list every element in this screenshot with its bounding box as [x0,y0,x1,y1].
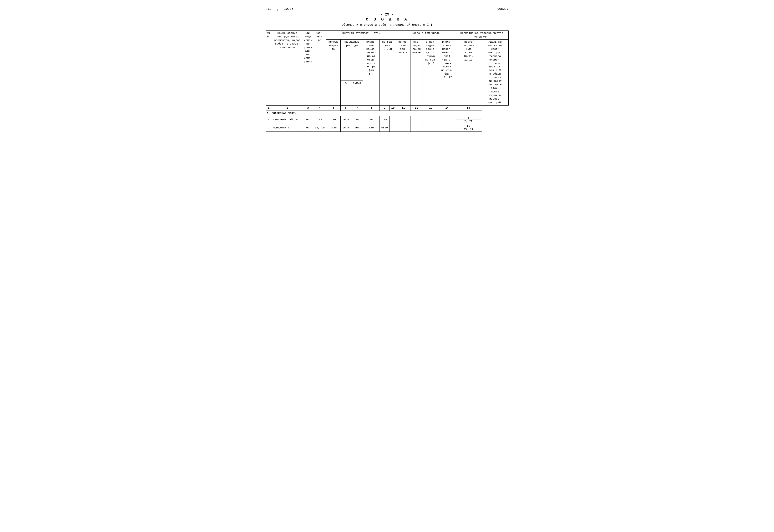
header-col6-pct: % [340,81,351,105]
row2-plan: 339 [363,124,379,132]
row1-unit: м3 [303,116,313,124]
doc-code: 9052/7 [497,7,509,11]
header-col2: Наименованиеконструктивныхэлементов, вид… [272,31,303,105]
row1-num: I [266,116,272,124]
col-idx-11: II [396,105,410,111]
header-col9: основ-наязар-плата [396,39,410,105]
row1-plan2 [423,116,439,124]
row2-total: 4850 [379,124,390,132]
col-idx-13: I3 [423,105,439,111]
header-col10: экс-плуа-тациямашин [410,39,423,105]
main-table: №№пп Наименованиеконструктивныхэлементов… [266,30,509,132]
row2-unit-weight: I5 75, 27 [455,124,482,132]
col-idx-14: I4 [439,105,455,111]
row2-direct: 3636 [326,124,341,132]
row2-name: Фундаменты [272,124,303,132]
row1-uw-bot: 2, II [464,120,473,123]
col-idx-9: 9 [379,105,390,111]
row2-oh-sum: 600 [351,124,363,132]
header-col12: в нак-ладныхрасхо-дах отсуммыпо гра-фе 7 [423,39,439,105]
row2-basic [390,124,396,132]
header-col4: Коли-чест-во [313,31,326,105]
table-row: I Земляные работы м3 I30 2I9 I6,5 36 20 … [266,116,508,124]
row1-direct: 2I9 [326,116,341,124]
col-idx-8: 8 [363,105,379,111]
row1-total: 275 [379,116,390,124]
col-idx-7: 7 [351,105,363,111]
col-idx-2: 2 [272,105,303,111]
top-line: 4II - g - 10.85 9052/7 [266,7,509,11]
row2-all [439,124,455,132]
row2-nak [410,124,423,132]
header-col13: в пла-новыхнакоп-ленияхграф45% отстои-мо… [439,39,455,105]
total-header: Всего в том числе [396,31,455,40]
row2-oh-pct: I6,5 [340,124,351,132]
section-title-row: А. ПОДЗЕМНАЯ ЧАСТЬ [266,111,508,116]
row1-qty: I30 [313,116,326,124]
col-idx-6: 6 [340,105,351,111]
row1-exp [396,116,410,124]
col-idx-5: 5 [326,105,341,111]
header-col6: накладныерасходы [340,39,363,81]
row1-oh-pct: I6,5 [340,116,351,124]
row1-unit-weight: I 2, II [455,116,482,124]
col-idx-4: 4 [313,105,326,111]
page-subtitle: объемов и стоимости работ к локальной см… [266,23,509,27]
row1-all [439,116,455,124]
row2-plan2 [423,124,439,132]
header-col15: Удельныйвес стои-мостиконструк-тивногоэл… [482,39,508,105]
doc-id: 4II - g - 10.85 [266,7,293,11]
header-col1: №№пп [266,31,272,105]
row1-nak [410,116,423,124]
row2-qty: 64, I9 [313,124,326,132]
col-idx-15: I5 [455,105,482,111]
header-col5: прямыезатра-ты [326,39,341,105]
table-row: 2 Фундаменты м3 64, I9 3636 I6,5 600 339… [266,124,508,132]
row2-unit: м3 [303,124,313,132]
col-idx-1: I [266,105,272,111]
page-number: - 29 - [266,13,509,17]
row2-num: 2 [266,124,272,132]
smetnaya-header: Сметная стоимость, руб. [326,31,396,40]
header-col7: плано-выенакоп-ления8% отстои-мостипо гр… [363,39,379,105]
header-col8: по гра-фам5,7,8 [379,39,396,105]
section-title-a: А. ПОДЗЕМНАЯ ЧАСТЬ [266,111,482,116]
row2-uw-bot: 75, 27 [464,128,473,131]
col-idx-3: 3 [303,105,313,111]
row2-exp [396,124,410,132]
col-idx-10: IO [390,105,396,111]
row2-uw-top: I5 [456,125,481,128]
header-col6-sum: сумма [351,81,363,105]
normativnaya-header: Нормативная условно-чистаяпродукция [455,31,508,40]
page-title: С В О Д К А [266,17,509,22]
row1-name: Земляные работы [272,116,303,124]
header-col3: Еди-ницаизме-ворения еди-ницизме-рения [303,31,313,105]
row1-basic [390,116,396,124]
header-col14: всегопо дан-нымграф10,11,12,13 [455,39,482,105]
row1-plan: 20 [363,116,379,124]
col-idx-12: I2 [410,105,423,111]
row1-uw-top: I [456,117,481,120]
row1-oh-sum: 36 [351,116,363,124]
